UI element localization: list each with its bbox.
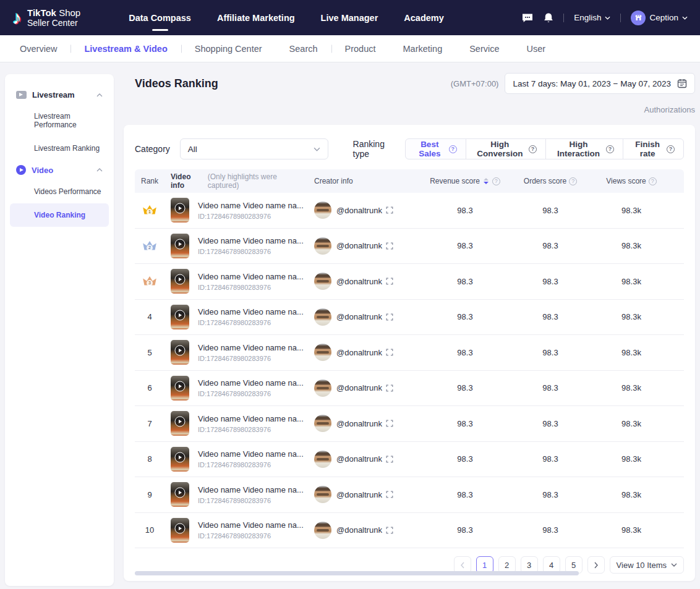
video-name[interactable]: Video name Video name na... <box>198 378 304 388</box>
ranking-type-tab[interactable]: Finish rate <box>623 138 684 159</box>
video-thumbnail[interactable] <box>171 234 189 258</box>
creator-avatar[interactable] <box>314 451 331 468</box>
brand-subtitle: Seller Center <box>27 18 80 28</box>
creator-handle[interactable]: @donaltrunk <box>336 383 382 392</box>
rank-cell: 10 <box>135 524 164 536</box>
primary-nav-item[interactable]: Live Manager <box>321 9 378 27</box>
sidebar-item-video-ranking[interactable]: Video Ranking <box>10 203 109 227</box>
ranking-type-tab[interactable]: High Conversion <box>466 138 546 159</box>
creator-avatar[interactable] <box>314 237 331 255</box>
secondary-nav-item[interactable]: Overview <box>6 44 70 54</box>
help-icon[interactable] <box>667 145 675 153</box>
orders-score: 98.3 <box>511 206 590 215</box>
video-name[interactable]: Video name Video name na... <box>198 520 304 530</box>
secondary-nav-item[interactable]: Service <box>456 44 513 54</box>
creator-avatar[interactable] <box>314 201 331 219</box>
secondary-nav-item[interactable]: Marketing <box>390 44 456 54</box>
rank-medal: 3 <box>142 275 158 287</box>
video-name[interactable]: Video name Video name na... <box>198 449 304 459</box>
video-thumbnail[interactable] <box>171 447 189 472</box>
sidebar-group-video[interactable]: Video <box>10 160 109 180</box>
creator-handle[interactable]: @donaltrunk <box>336 454 382 464</box>
sort-icon[interactable] <box>484 178 489 184</box>
creator-avatar[interactable] <box>314 273 331 290</box>
expand-icon[interactable] <box>385 206 394 214</box>
video-name[interactable]: Video name Video name na... <box>198 343 304 352</box>
creator-handle[interactable]: @donaltrunk <box>336 348 382 357</box>
category-select[interactable]: All <box>180 138 328 159</box>
chat-bubble-icon[interactable] <box>521 12 534 23</box>
views-score: 98.3k <box>590 348 673 357</box>
primary-nav: Data CompassAffiliate MarketingLive Mana… <box>129 9 444 27</box>
secondary-nav-item[interactable]: User <box>513 44 560 54</box>
sidebar-group-livestream[interactable]: Livestream <box>10 85 109 104</box>
expand-icon[interactable] <box>385 455 394 464</box>
table-row: 7 Video name Video name na... ID:1728467… <box>135 406 684 442</box>
creator-handle[interactable]: @donaltrunk <box>336 277 382 286</box>
creator-handle[interactable]: @donaltrunk <box>336 312 382 321</box>
expand-icon[interactable] <box>385 526 394 535</box>
video-thumbnail[interactable] <box>171 482 189 507</box>
creator-avatar[interactable] <box>314 415 331 432</box>
primary-nav-item[interactable]: Affiliate Marketing <box>217 9 295 27</box>
ranking-type-tab[interactable]: Best Sales <box>405 138 466 159</box>
rank-medal: 2 <box>142 240 158 252</box>
sidebar-item-videos-performance[interactable]: Videos Performance <box>10 180 109 203</box>
video-name[interactable]: Video name Video name na... <box>198 485 304 494</box>
bell-icon[interactable] <box>544 12 553 23</box>
video-name[interactable]: Video name Video name na... <box>198 201 304 210</box>
video-thumbnail[interactable] <box>171 376 189 400</box>
help-icon[interactable] <box>649 177 657 185</box>
help-icon[interactable] <box>529 145 537 153</box>
expand-icon[interactable] <box>385 313 394 321</box>
secondary-nav-item[interactable]: Shopping Center <box>181 44 276 54</box>
help-icon[interactable] <box>569 177 577 185</box>
expand-icon[interactable] <box>385 384 394 392</box>
account-menu[interactable]: Ception <box>631 11 688 25</box>
secondary-nav-item[interactable]: Product <box>331 44 390 54</box>
video-thumbnail[interactable] <box>171 198 189 222</box>
sidebar-item-livestream-performance[interactable]: Livestream Performance <box>10 104 109 137</box>
video-thumbnail[interactable] <box>171 411 189 436</box>
video-thumbnail[interactable] <box>171 340 189 365</box>
help-icon[interactable] <box>606 145 614 153</box>
expand-icon[interactable] <box>385 242 394 250</box>
sidebar-item-livestream-ranking[interactable]: Livestream Ranking <box>10 137 109 160</box>
video-thumbnail[interactable] <box>171 518 189 543</box>
video-thumbnail[interactable] <box>171 305 189 329</box>
expand-icon[interactable] <box>385 348 394 357</box>
creator-avatar[interactable] <box>314 308 331 326</box>
expand-icon[interactable] <box>385 490 394 499</box>
ranking-type-tab[interactable]: High Interaction <box>545 138 623 159</box>
video-id: ID:17284678980283976 <box>198 532 304 540</box>
expand-icon[interactable] <box>385 277 394 286</box>
creator-avatar[interactable] <box>314 344 331 361</box>
primary-nav-item[interactable]: Data Compass <box>129 9 191 27</box>
expand-icon[interactable] <box>385 419 394 428</box>
creator-avatar[interactable] <box>314 486 331 503</box>
video-name[interactable]: Video name Video name na... <box>198 236 304 245</box>
video-name[interactable]: Video name Video name na... <box>198 307 304 316</box>
video-thumbnail[interactable] <box>171 269 189 294</box>
secondary-nav-item[interactable]: Search <box>276 44 331 54</box>
primary-nav-item[interactable]: Academy <box>404 9 443 27</box>
video-id: ID:17284678980283976 <box>198 426 304 433</box>
help-icon[interactable] <box>492 177 500 185</box>
video-name[interactable]: Video name Video name na... <box>198 414 304 423</box>
creator-handle[interactable]: @donaltrunk <box>336 525 382 535</box>
creator-handle[interactable]: @donaltrunk <box>336 490 382 499</box>
secondary-nav-item[interactable]: Livestream & Video <box>70 44 181 54</box>
creator-handle[interactable]: @donaltrunk <box>336 419 382 428</box>
creator-avatar[interactable] <box>314 522 331 539</box>
tiktok-shop-logo[interactable]: ♪ TikTok Shop Seller Center <box>12 7 80 28</box>
help-icon[interactable] <box>449 145 457 153</box>
video-name[interactable]: Video name Video name na... <box>198 272 304 281</box>
creator-handle[interactable]: @donaltrunk <box>336 241 382 250</box>
scrollbar-thumb[interactable] <box>135 571 579 575</box>
authorizations-link[interactable]: Authorizations <box>644 105 695 114</box>
language-selector[interactable]: English <box>574 13 610 22</box>
creator-handle[interactable]: @donaltrunk <box>336 206 382 215</box>
creator-avatar[interactable] <box>314 379 331 397</box>
horizontal-scrollbar[interactable] <box>135 571 684 575</box>
date-range-picker[interactable]: Last 7 days: May 01, 2023 − May 07, 2023 <box>505 73 695 94</box>
